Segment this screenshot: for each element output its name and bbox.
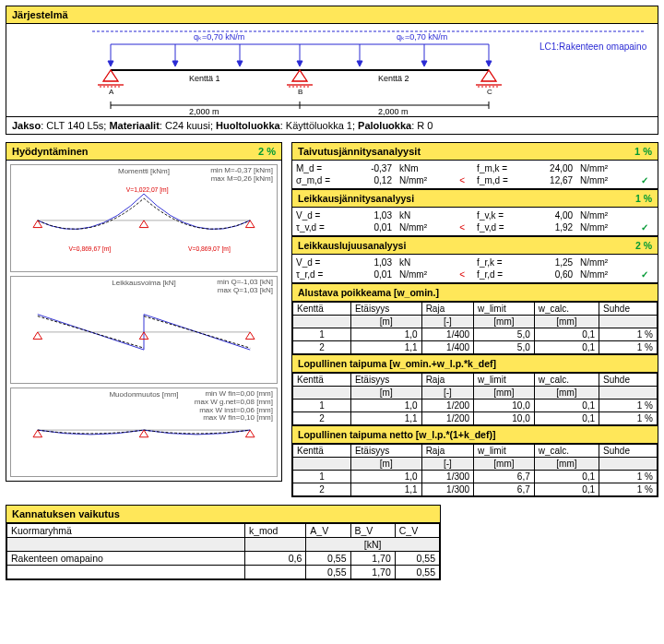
svg-text:C: C	[487, 88, 492, 96]
svg-marker-43	[139, 221, 148, 228]
svg-marker-10	[357, 61, 362, 66]
support-panel: Kannatuksen vaikutus Kuormaryhmä k_mod A…	[6, 505, 441, 580]
svg-text:Kenttä 2: Kenttä 2	[378, 74, 409, 83]
system-title: Järjestelmä	[12, 9, 68, 20]
svg-marker-51	[245, 332, 255, 340]
svg-text:Kenttä 1: Kenttä 1	[189, 74, 220, 83]
svg-text:V=0,869,67 [m]: V=0,869,67 [m]	[68, 246, 111, 254]
deflection-diagram: Muodonmuutos [mm] min W fin=0,00 [mm]max…	[10, 388, 278, 477]
svg-text:A: A	[109, 88, 114, 96]
svg-text:2,000 m: 2,000 m	[378, 107, 409, 116]
roll-title: Leikkauslujuusanalyysi	[298, 240, 406, 251]
svg-marker-4	[172, 61, 178, 66]
svg-marker-12	[421, 61, 427, 66]
svg-marker-6	[237, 61, 243, 66]
def2-table: KenttäEtäisyys Rajaw_limit w_calc.Suhde …	[292, 373, 658, 425]
shear-diagram: Leikkausvoima [kN] min Q=-1,03 [kN]max Q…	[10, 276, 278, 384]
def3-title: Lopullinen taipuma netto [w_l.p.*(1+k_de…	[298, 429, 495, 440]
svg-text:qₖ=0,70 kN/m: qₖ=0,70 kN/m	[194, 32, 244, 42]
svg-text:V=0,869,07 [m]: V=0,869,07 [m]	[188, 246, 231, 254]
def1-title: Alustava poikkeama [w_omin.]	[298, 287, 439, 298]
svg-text:B: B	[298, 88, 302, 96]
svg-marker-18	[103, 70, 118, 81]
svg-marker-55	[245, 430, 255, 437]
jakso-line: Jakso: CLT 140 L5s; Materiaalit: C24 kuu…	[6, 116, 658, 134]
def3-table: KenttäEtäisyys Rajaw_limit w_calc.Suhde …	[292, 444, 658, 496]
shear-values: V_d =1,03kN f_v,k =4,00N/mm² τ_v,d =0,01…	[292, 209, 658, 233]
svg-marker-22	[481, 70, 496, 81]
roll-values: V_d =1,03kN f_r,k =1,25N/mm² τ_r,d =0,01…	[292, 256, 658, 280]
bending-pct: 1 %	[634, 146, 652, 157]
svg-text:LC1:Rakenteen omapaino: LC1:Rakenteen omapaino	[540, 42, 647, 52]
def2-title: Lopullinen taipuma [w_omin.+w_l.p.*k_def…	[298, 358, 496, 369]
support-title: Kannatuksen vaikutus	[12, 508, 120, 519]
svg-marker-53	[33, 430, 42, 437]
moment-diagram: Momentti [kNm] min M=-0,37 [kNm]max M=0,…	[10, 164, 278, 272]
bending-values: M_d =-0,37kNm f_m,k =24,00N/mm² σ_m,d =0…	[292, 162, 658, 186]
svg-text:qₖ=0,70 kN/m: qₖ=0,70 kN/m	[397, 32, 447, 42]
svg-text:2,000 m: 2,000 m	[189, 107, 219, 116]
svg-marker-20	[292, 70, 307, 81]
utilization-panel: Hyödyntäminen 2 % Momentti [kNm] min M=-…	[6, 142, 282, 482]
svg-marker-49	[33, 332, 42, 340]
roll-pct: 2 %	[635, 240, 652, 251]
svg-marker-2	[108, 61, 113, 66]
shear-title: Leikkausjännitysanalyysi	[298, 193, 414, 204]
bending-title: Taivutusjännitysanalyysit	[298, 146, 421, 157]
def1-table: KenttäEtäisyys Rajaw_limit w_calc.Suhde …	[292, 302, 658, 354]
support-table: Kuormaryhmä k_mod A_V B_V C_V [kN] Raken…	[6, 523, 440, 579]
shear-pct: 1 %	[635, 193, 652, 204]
svg-marker-8	[297, 61, 302, 66]
svg-text:V=1,022,07 [m]: V=1,022,07 [m]	[126, 186, 169, 194]
util-title: Hyödyntäminen	[12, 146, 89, 157]
system-header: Järjestelmä	[6, 6, 658, 24]
util-pct: 2 %	[258, 146, 276, 157]
svg-marker-54	[139, 430, 148, 437]
analysis-panel: Taivutusjännitysanalyysit 1 % M_d =-0,37…	[291, 142, 658, 497]
system-diagram: qₖ=0,70 kN/m qₖ=0,70 kN/m A B C Kenttä 1…	[6, 24, 658, 116]
system-panel: Järjestelmä qₖ=0,70 kN/m qₖ=0,70 kN/m	[6, 6, 658, 135]
svg-marker-14	[486, 61, 492, 66]
